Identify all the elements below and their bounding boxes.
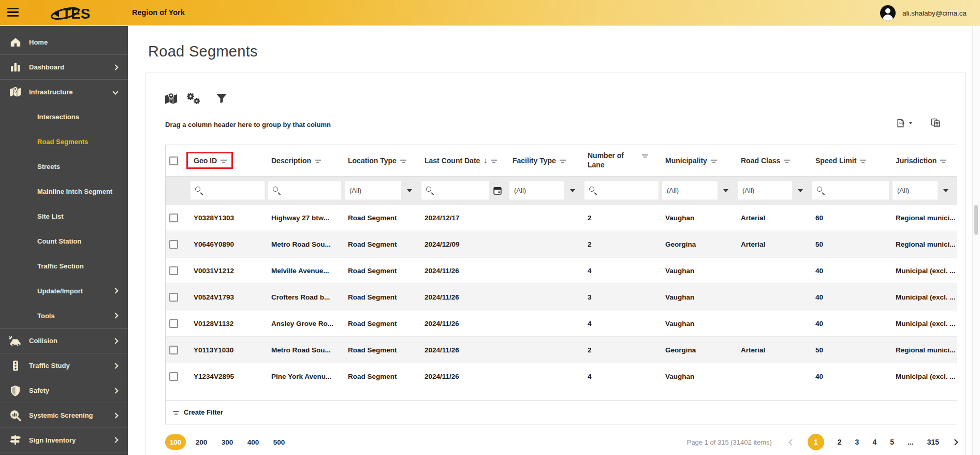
main-content: Road Segments: [128, 26, 980, 455]
last-count-date-filter-input[interactable]: [421, 181, 489, 200]
map-icon[interactable]: [165, 93, 178, 105]
caret-down-icon: [407, 189, 412, 192]
table-row[interactable]: Y0328Y1303 Highway 27 btw... Road Segmen…: [166, 204, 957, 231]
road-segments-card: Drag a column header here to group by th…: [145, 73, 966, 455]
dropdown-button[interactable]: [938, 181, 954, 200]
sidebar-item-tools[interactable]: Tools: [0, 303, 128, 328]
speed-limit-filter-input[interactable]: [812, 181, 889, 200]
page-number-4[interactable]: 4: [872, 438, 876, 446]
table-row[interactable]: V0128V1132 Ansley Grove Ro... Road Segme…: [166, 310, 957, 336]
table-row[interactable]: Y0113Y1030 Metro Road Sou... Road Segmen…: [166, 336, 957, 363]
sidebar-item-update-import[interactable]: Update/Import: [0, 278, 128, 303]
header-filter-icon[interactable]: [784, 159, 790, 163]
table-row[interactable]: Y0646Y0890 Metro Road Sou... Road Segmen…: [166, 231, 957, 257]
dropdown-button[interactable]: [564, 181, 581, 200]
sidebar-item-site-list[interactable]: Site List: [0, 204, 128, 229]
row-checkbox[interactable]: [169, 266, 178, 275]
previous-page-icon[interactable]: [788, 439, 795, 446]
cell-location-type: Road Segment: [344, 337, 420, 363]
header-filter-icon[interactable]: [560, 159, 566, 163]
sidebar-item-count-station[interactable]: Count Station: [0, 229, 128, 253]
facility-type-filter-select[interactable]: (All): [509, 181, 564, 200]
number-of-lane-filter-input[interactable]: [584, 181, 659, 200]
column-header-municipality[interactable]: Municipality: [661, 145, 737, 176]
dashboard-icon: [8, 62, 22, 72]
hamburger-menu-icon[interactable]: [7, 8, 19, 19]
jurisdiction-filter-select[interactable]: (All): [893, 181, 938, 200]
vertical-scrollbar[interactable]: [972, 26, 980, 455]
header-filter-icon[interactable]: [711, 159, 717, 163]
date-picker-button[interactable]: [489, 181, 506, 200]
column-header-description[interactable]: Description: [267, 145, 344, 176]
column-header-last-count-date[interactable]: Last Count Date ↓: [420, 145, 508, 176]
sidebar-item-dashboard[interactable]: Dashboard: [0, 54, 128, 79]
export-button[interactable]: [896, 118, 913, 128]
header-filter-icon[interactable]: [940, 159, 946, 163]
table-row[interactable]: V0524V1793 Crofters Road b... Road Segme…: [166, 283, 957, 310]
header-filter-icon[interactable]: [642, 153, 648, 158]
location-type-filter-select[interactable]: (All): [345, 181, 401, 200]
description-filter-input[interactable]: [268, 181, 341, 200]
header-filter-icon[interactable]: [221, 159, 227, 163]
page-number-3[interactable]: 3: [855, 438, 859, 446]
filter-funnel-icon[interactable]: [216, 93, 227, 104]
row-checkbox[interactable]: [169, 372, 178, 381]
sidebar-item-collision[interactable]: Collision: [0, 328, 128, 353]
page-size-400[interactable]: 400: [243, 434, 264, 450]
page-size-300[interactable]: 300: [217, 434, 238, 450]
user-avatar[interactable]: [880, 5, 896, 21]
road-class-filter-select[interactable]: (All): [738, 181, 792, 200]
dropdown-button[interactable]: [718, 181, 734, 200]
search-icon: [195, 187, 203, 194]
row-checkbox[interactable]: [169, 293, 178, 302]
sidebar-item-intersections[interactable]: Intersections: [0, 104, 128, 129]
page-size-500[interactable]: 500: [269, 434, 289, 450]
column-header-speed-limit[interactable]: Speed Limit: [811, 145, 891, 176]
page-number-315[interactable]: 315: [927, 438, 939, 446]
settings-gears-icon[interactable]: [185, 92, 201, 105]
sidebar-item-infrastructure[interactable]: Infrastructure: [0, 79, 128, 104]
page-number-1[interactable]: 1: [808, 434, 824, 450]
column-header-road-class[interactable]: Road Class: [737, 145, 811, 176]
cell-description: Pine York Avenu...: [267, 363, 344, 389]
sidebar-item-systemic-screening[interactable]: Systemic Screening: [0, 403, 128, 428]
sidebar-item-safety[interactable]: Safety: [0, 378, 128, 403]
sidebar-item-streets[interactable]: Streets: [0, 154, 128, 179]
column-header-number-of-lane[interactable]: Number of Lane: [583, 145, 661, 176]
search-icon: [817, 187, 825, 194]
column-header-location-type[interactable]: Location Type: [344, 145, 420, 176]
geo-id-filter-input[interactable]: [191, 181, 265, 200]
sidebar-item-traffic-section[interactable]: Traffic Section: [0, 253, 128, 278]
column-header-jurisdiction[interactable]: Jurisdiction: [891, 145, 957, 176]
page-number-5[interactable]: 5: [890, 438, 894, 446]
header-filter-icon[interactable]: [491, 159, 497, 163]
scrollbar-thumb[interactable]: [974, 205, 978, 235]
table-row[interactable]: Y1234V2895 Pine York Avenu... Road Segme…: [166, 363, 957, 389]
table-row[interactable]: V0031V1212 Melville Avenue... Road Segme…: [166, 257, 957, 283]
row-checkbox[interactable]: [169, 319, 178, 328]
column-chooser-button[interactable]: [930, 118, 941, 128]
select-all-checkbox[interactable]: [169, 157, 178, 165]
header-filter-icon[interactable]: [400, 159, 406, 163]
page-size-200[interactable]: 200: [191, 434, 212, 450]
row-checkbox[interactable]: [169, 240, 178, 249]
row-checkbox[interactable]: [169, 346, 178, 354]
page-number-2[interactable]: 2: [838, 438, 842, 446]
next-page-icon[interactable]: [952, 439, 958, 446]
row-checkbox[interactable]: [169, 214, 178, 222]
header-filter-icon[interactable]: [315, 159, 321, 163]
municipality-filter-select[interactable]: (All): [662, 181, 718, 200]
column-header-facility-type[interactable]: Facility Type: [508, 145, 583, 176]
sidebar-item-sign-inventory[interactable]: Sign Inventory: [0, 428, 128, 452]
column-header-geo-id[interactable]: Geo ID: [189, 145, 267, 176]
caret-down-icon: [943, 189, 948, 192]
header-filter-icon[interactable]: [860, 159, 866, 163]
sidebar-item-traffic-study[interactable]: Traffic Study: [0, 353, 128, 378]
sidebar-item-home[interactable]: Home: [0, 30, 128, 54]
dropdown-button[interactable]: [792, 181, 809, 200]
sidebar-item-mainline-intch-segment[interactable]: Mainline Intch Segment: [0, 179, 128, 204]
create-filter-button[interactable]: Create Filter: [166, 400, 957, 424]
sidebar-item-road-segments[interactable]: Road Segments: [0, 129, 128, 154]
dropdown-button[interactable]: [401, 181, 418, 200]
page-size-100[interactable]: 100: [165, 434, 186, 450]
